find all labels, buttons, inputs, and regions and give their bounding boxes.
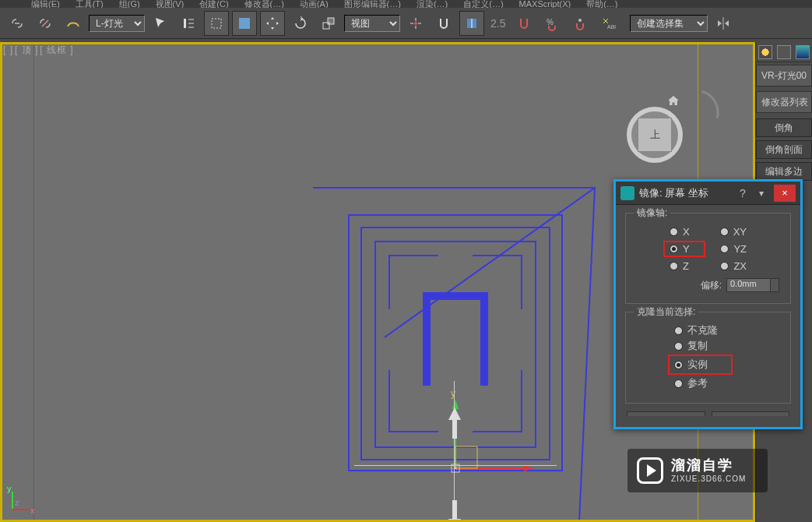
object-name-field[interactable]: VR-灯光00 xyxy=(756,65,812,86)
clone-copy-radio[interactable]: 复制 xyxy=(674,339,708,353)
create-tab-icon[interactable] xyxy=(758,45,772,59)
snap-value: 2.5 xyxy=(487,17,508,30)
dialog-title: 镜像: 屏幕 坐标 xyxy=(639,186,732,200)
clone-none-radio[interactable]: 不克隆 xyxy=(674,323,718,337)
dialog-app-icon xyxy=(620,186,634,200)
axis-z-radio[interactable]: Z xyxy=(670,260,689,272)
modifier-list-select[interactable]: 修改器列表 xyxy=(756,91,812,113)
mirror-icon[interactable] xyxy=(711,11,736,36)
snap-opt-icon[interactable]: ABC xyxy=(596,11,620,36)
orbit-arrow-icon[interactable] xyxy=(696,90,725,119)
menu-item[interactable]: 编辑(E) xyxy=(31,0,60,8)
clone-group: 克隆当前选择: 不克隆 复制 实例 参考 xyxy=(625,312,791,404)
highlight-instance: 实例 xyxy=(668,354,733,375)
svg-rect-2 xyxy=(212,19,221,28)
axis-indicator: y x z xyxy=(7,484,38,515)
minimize-icon[interactable]: ▾ xyxy=(754,188,769,199)
snap-b-icon[interactable] xyxy=(568,11,592,36)
menu-item[interactable]: 组(G) xyxy=(119,0,140,8)
coord-system-select[interactable]: L-灯光 xyxy=(89,15,145,32)
link-icon[interactable] xyxy=(5,11,30,36)
offset-spinner[interactable]: 0.0mm xyxy=(726,278,779,292)
axis-yz-radio[interactable]: YZ xyxy=(720,241,747,257)
svg-marker-21 xyxy=(448,407,461,439)
bind-icon[interactable] xyxy=(61,11,86,36)
select-window-icon[interactable] xyxy=(232,11,257,36)
dialog-titlebar[interactable]: 镜像: 屏幕 坐标 ? ▾ × xyxy=(616,182,800,205)
svg-line-0 xyxy=(42,20,48,26)
snap-angle-icon[interactable] xyxy=(459,11,484,36)
clone-instance-radio[interactable]: 实例 xyxy=(674,358,708,372)
display-tab-icon[interactable] xyxy=(796,45,810,59)
menu-item[interactable]: 修改器(…) xyxy=(244,0,284,8)
menu-item[interactable]: 图形编辑器(…) xyxy=(344,0,401,8)
snap-a-icon[interactable] xyxy=(511,11,536,36)
rollout[interactable]: 倒角剖面 xyxy=(756,140,812,159)
svg-text:%: % xyxy=(547,18,554,26)
rollout[interactable]: 倒角 xyxy=(756,118,812,137)
highlight-y-axis: Y xyxy=(663,241,705,257)
viewcube[interactable]: 上 xyxy=(627,107,683,163)
watermark-url: ZIXUE.3D66.COM xyxy=(671,474,746,484)
menu-item[interactable]: 创建(C) xyxy=(199,0,228,8)
snap-toggle-icon[interactable] xyxy=(431,11,456,36)
unlink-icon[interactable] xyxy=(33,11,58,36)
group-label: 克隆当前选择: xyxy=(634,305,698,319)
axis-x-radio[interactable]: X xyxy=(670,226,690,238)
viewport-label[interactable]: [ ] [ 顶 ] [ 线框 ] xyxy=(0,42,74,58)
svg-marker-15 xyxy=(524,465,533,471)
mirror-axis-group: 镜像轴: X XY Y YZ Z ZX 偏移: 0.0mm xyxy=(625,213,791,304)
help-icon[interactable]: ? xyxy=(736,187,749,199)
menu-item[interactable]: 工具(T) xyxy=(76,0,104,8)
axis-y-radio[interactable]: Y xyxy=(670,243,690,255)
pivot-icon[interactable] xyxy=(403,11,428,36)
menu-item[interactable]: MAXScript(X) xyxy=(519,0,571,8)
watermark: 溜溜自学 ZIXUE.3D66.COM xyxy=(627,449,768,492)
select-cursor-icon[interactable] xyxy=(148,11,173,36)
menu-item[interactable]: 帮助(…) xyxy=(586,0,617,8)
svg-marker-22 xyxy=(448,500,461,522)
svg-rect-3 xyxy=(239,18,250,29)
menu-item[interactable]: 自定义(…) xyxy=(463,0,503,8)
close-icon[interactable]: × xyxy=(774,185,796,202)
axis-xy-radio[interactable]: XY xyxy=(720,226,747,238)
menu-item[interactable]: 渲染(…) xyxy=(417,0,448,8)
select-list-icon[interactable] xyxy=(176,11,201,36)
svg-text:y: y xyxy=(451,390,455,399)
main-toolbar: L-灯光 视图 2.5 % ABC 创建选择集 xyxy=(0,8,812,39)
play-logo-icon xyxy=(637,457,663,484)
rollout[interactable]: 编辑多边 xyxy=(756,162,812,181)
clone-reference-radio[interactable]: 参考 xyxy=(674,376,708,390)
selection-set-select[interactable]: 创建选择集 xyxy=(630,15,708,32)
offset-label: 偏移: xyxy=(701,279,722,292)
axis-zx-radio[interactable]: ZX xyxy=(720,260,747,272)
ok-button[interactable] xyxy=(627,411,705,416)
menu-item[interactable]: 动画(A) xyxy=(300,0,329,8)
snap-pct-icon[interactable]: % xyxy=(540,11,564,36)
svg-point-9 xyxy=(578,19,582,22)
viewcube-home-icon[interactable] xyxy=(668,96,679,105)
svg-text:ABC: ABC xyxy=(607,24,616,30)
group-label: 镜像轴: xyxy=(634,206,670,220)
svg-rect-1 xyxy=(184,19,186,28)
mirror-dialog: 镜像: 屏幕 坐标 ? ▾ × 镜像轴: X XY Y YZ Z ZX 偏移: xyxy=(613,179,803,429)
scale-icon[interactable] xyxy=(316,11,341,36)
move-icon[interactable] xyxy=(260,11,285,36)
reference-coord-select[interactable]: 视图 xyxy=(344,15,400,32)
cancel-button[interactable] xyxy=(712,411,790,416)
select-region-icon[interactable] xyxy=(204,11,229,36)
menu-item[interactable]: 视图(V) xyxy=(156,0,185,8)
modify-tab-icon[interactable] xyxy=(777,45,791,59)
rotate-icon[interactable] xyxy=(288,11,313,36)
svg-point-6 xyxy=(414,22,417,25)
watermark-title: 溜溜自学 xyxy=(671,457,746,474)
svg-rect-5 xyxy=(328,18,334,24)
